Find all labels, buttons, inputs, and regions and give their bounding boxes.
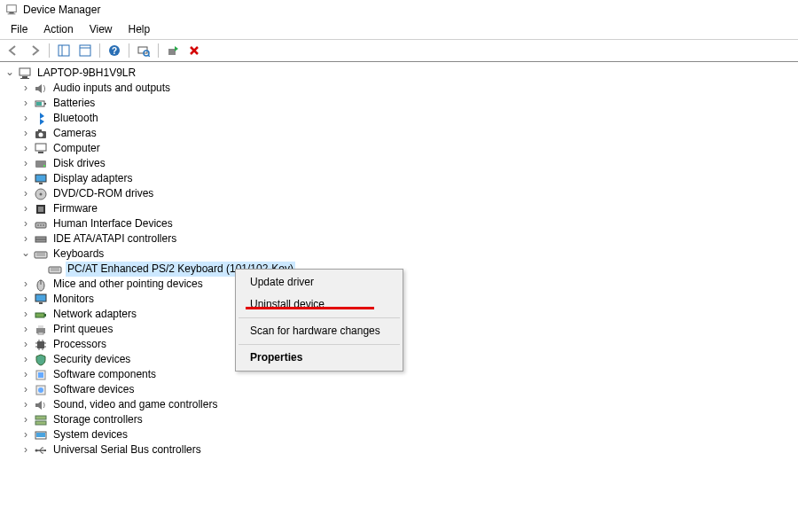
category-icon — [34, 112, 48, 126]
tree-category[interactable]: Computer — [2, 141, 796, 156]
expand-icon[interactable] — [20, 143, 32, 155]
category-label: Human Interface Devices — [51, 216, 175, 231]
expand-icon[interactable] — [20, 218, 32, 231]
device-tree: LAPTOP-9BH1V9LR Audio inputs and outputs… — [0, 62, 798, 461]
ctx-scan-hardware[interactable]: Scan for hardware changes — [238, 320, 401, 342]
expand-icon[interactable] — [20, 369, 32, 381]
tree-category[interactable]: Bluetooth — [2, 111, 796, 126]
tree-category[interactable]: Storage controllers — [2, 412, 796, 427]
scan-hardware-button[interactable] — [134, 42, 153, 59]
expand-icon[interactable] — [20, 82, 32, 95]
tree-category[interactable]: Human Interface Devices — [2, 216, 796, 231]
expand-icon[interactable] — [20, 113, 32, 125]
expand-icon[interactable] — [20, 309, 32, 321]
category-label: Security devices — [51, 352, 132, 367]
expand-icon[interactable] — [20, 158, 32, 170]
svg-rect-51 — [38, 325, 43, 328]
expand-icon[interactable] — [4, 67, 16, 80]
tree-root[interactable]: LAPTOP-9BH1V9LR — [2, 66, 796, 81]
svg-rect-23 — [38, 152, 43, 153]
tree-category[interactable]: Cameras — [2, 126, 796, 141]
svg-rect-53 — [37, 341, 44, 348]
help-button[interactable]: ? — [105, 42, 124, 59]
expand-icon[interactable] — [20, 233, 32, 246]
tree-category[interactable]: Disk drives — [2, 156, 796, 171]
svg-rect-3 — [59, 45, 69, 56]
expand-icon[interactable] — [20, 293, 32, 306]
category-icon — [34, 368, 48, 382]
tree-category[interactable]: Sound, video and game controllers — [2, 397, 796, 412]
forward-button[interactable] — [25, 42, 44, 59]
tree-category[interactable]: DVD/CD-ROM drives — [2, 186, 796, 201]
tree-category[interactable]: System devices — [2, 427, 796, 442]
properties-button[interactable] — [75, 42, 95, 59]
show-hide-tree-button[interactable] — [54, 42, 74, 59]
category-label: Display adapters — [51, 171, 134, 186]
ctx-properties[interactable]: Properties — [238, 347, 401, 369]
expand-icon[interactable] — [20, 444, 32, 457]
tree-root-label: LAPTOP-9BH1V9LR — [35, 66, 137, 81]
svg-line-11 — [148, 55, 150, 57]
category-label: Mice and other pointing devices — [51, 277, 205, 292]
tree-category[interactable]: Display adapters — [2, 171, 796, 186]
expand-icon[interactable] — [20, 188, 32, 200]
svg-rect-26 — [35, 175, 46, 182]
expand-icon[interactable] — [20, 354, 32, 366]
menu-file[interactable]: File — [4, 21, 35, 37]
expand-icon[interactable] — [20, 128, 32, 140]
category-label: Processors — [51, 337, 108, 352]
category-icon — [34, 202, 48, 216]
svg-point-35 — [43, 224, 43, 225]
category-icon — [34, 247, 48, 262]
window-title: Device Manager — [23, 4, 100, 16]
uninstall-button[interactable] — [184, 42, 204, 59]
svg-point-29 — [40, 192, 43, 195]
expand-icon[interactable] — [20, 384, 32, 396]
expand-icon[interactable] — [20, 278, 32, 291]
svg-point-20 — [39, 132, 43, 137]
expand-icon[interactable] — [20, 429, 32, 442]
ctx-update-driver[interactable]: Update driver — [238, 271, 401, 293]
update-driver-button[interactable] — [163, 42, 183, 59]
ctx-uninstall-device[interactable]: Uninstall device — [238, 293, 401, 316]
tree-category[interactable]: Software devices — [2, 382, 796, 397]
menu-action[interactable]: Action — [36, 21, 80, 37]
category-label: System devices — [51, 427, 129, 442]
menu-help[interactable]: Help — [121, 21, 158, 37]
toolbar: ? — [0, 39, 798, 62]
tree-category[interactable]: Batteries — [2, 96, 796, 111]
svg-rect-46 — [35, 294, 46, 301]
expand-icon[interactable] — [20, 98, 32, 110]
context-menu-separator — [239, 344, 400, 345]
svg-rect-22 — [35, 144, 46, 151]
annotation-underline — [246, 307, 374, 309]
expand-icon[interactable] — [20, 248, 32, 261]
tree-category[interactable]: Keyboards — [2, 246, 796, 262]
back-button[interactable] — [4, 42, 23, 59]
expand-icon[interactable] — [20, 339, 32, 351]
svg-rect-18 — [36, 102, 42, 106]
category-icon — [34, 383, 48, 397]
expand-icon[interactable] — [20, 203, 32, 215]
expand-icon[interactable] — [20, 173, 32, 185]
tree-category[interactable]: Firmware — [2, 201, 796, 216]
tree-category[interactable]: Audio inputs and outputs — [2, 81, 796, 96]
expand-icon[interactable] — [20, 399, 32, 411]
expand-icon[interactable] — [20, 324, 32, 336]
titlebar: Device Manager — [0, 0, 798, 20]
category-label: Computer — [51, 141, 102, 156]
svg-rect-69 — [36, 433, 45, 437]
menu-view[interactable]: View — [82, 21, 120, 37]
tree-category[interactable]: Universal Serial Bus controllers — [2, 442, 796, 458]
expand-icon[interactable] — [20, 414, 32, 426]
computer-icon — [18, 66, 32, 81]
category-icon — [34, 323, 48, 337]
category-icon — [34, 443, 48, 458]
category-label: Bluetooth — [51, 111, 100, 126]
tree-category[interactable]: IDE ATA/ATAPI controllers — [2, 231, 796, 246]
context-menu: Update driver Uninstall device Scan for … — [235, 269, 403, 372]
category-icon — [34, 157, 48, 171]
category-label: Print queues — [51, 322, 114, 337]
svg-rect-12 — [168, 49, 176, 55]
category-icon — [34, 142, 48, 156]
